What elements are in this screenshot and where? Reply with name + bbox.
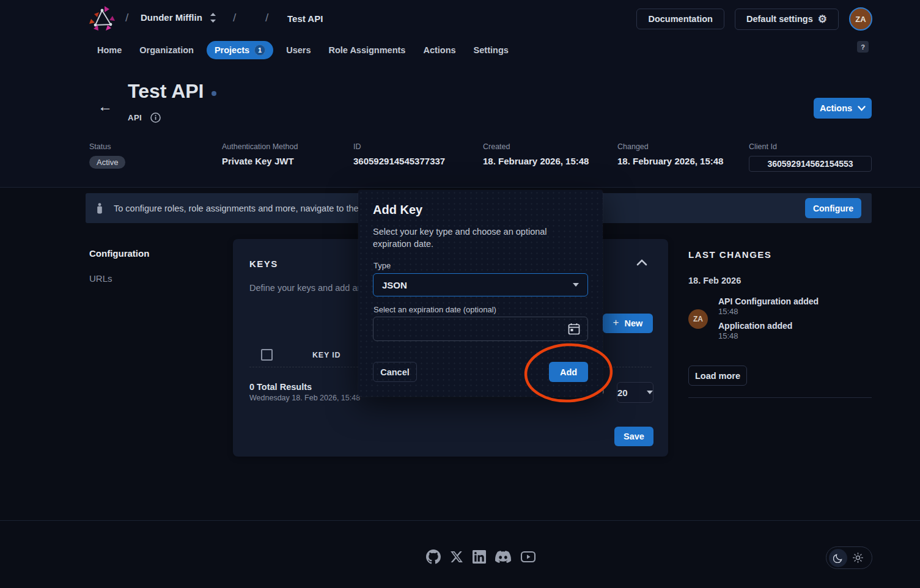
footer xyxy=(0,520,920,588)
status-dot-icon xyxy=(212,91,216,96)
nav-tab-projects-label: Projects xyxy=(215,45,249,55)
meta-value: Private Key JWT xyxy=(222,156,353,166)
avatar-initials: ZA xyxy=(855,15,866,24)
meta-label: Created xyxy=(483,142,617,151)
client-id-value[interactable]: 360592914562154553 xyxy=(749,156,872,172)
chevron-down-icon xyxy=(858,106,866,111)
type-label: Type xyxy=(374,261,391,270)
page-subtitle: API xyxy=(128,112,161,123)
page-size-value: 20 xyxy=(617,388,628,398)
sidebar-item-urls[interactable]: URLs xyxy=(89,273,112,284)
key-type-select[interactable]: JSON xyxy=(373,273,588,296)
nav-tab-settings[interactable]: Settings xyxy=(474,45,509,55)
light-mode-button[interactable] xyxy=(848,549,867,567)
meta-row: Status Active Authentication Method Priv… xyxy=(89,142,872,172)
expiration-date-input[interactable] xyxy=(381,324,568,334)
banner-text: To configure roles, role assignments and… xyxy=(114,204,374,213)
change-event-time: 15:48 xyxy=(718,331,738,340)
expiration-date-field[interactable] xyxy=(373,317,588,341)
breadcrumb-org-selector[interactable]: Dunder Mifflin xyxy=(141,12,216,23)
select-all-checkbox[interactable] xyxy=(261,349,273,361)
load-more-label: Load more xyxy=(695,371,740,381)
changes-date: 18. Feb 2026 xyxy=(688,276,741,285)
breadcrumb-slash: / xyxy=(125,11,128,24)
info-circle-icon[interactable] xyxy=(150,112,161,123)
save-label: Save xyxy=(624,432,644,441)
gear-icon: ⚙ xyxy=(818,14,827,24)
change-event: API Configuration added xyxy=(718,296,819,306)
x-twitter-icon[interactable] xyxy=(450,550,463,564)
page-size-select[interactable]: 20 xyxy=(617,382,653,403)
nav-tab-role-assignments[interactable]: Role Assignments xyxy=(328,45,405,55)
zitadel-logo-icon[interactable] xyxy=(89,5,116,33)
meta-value: 18. February 2026, 15:48 xyxy=(483,156,617,166)
nav-tab-projects[interactable]: Projects 1 xyxy=(207,41,273,59)
configure-button[interactable]: Configure xyxy=(805,198,861,218)
default-settings-label: Default settings xyxy=(746,14,813,24)
breadcrumb-slash: / xyxy=(233,11,236,24)
breadcrumb-slash: / xyxy=(265,11,268,24)
plus-icon: + xyxy=(613,317,619,329)
meta-label: Authentication Method xyxy=(222,142,353,151)
calendar-icon[interactable] xyxy=(568,323,580,335)
collapse-chevron-icon[interactable] xyxy=(635,256,649,270)
nav-tab-home[interactable]: Home xyxy=(97,45,122,55)
nav-tab-users[interactable]: Users xyxy=(286,45,311,55)
add-label: Add xyxy=(560,367,577,377)
hero-actions-label: Actions xyxy=(820,103,852,113)
add-button[interactable]: Add xyxy=(549,362,588,382)
meta-auth-method: Authentication Method Private Key JWT xyxy=(222,142,353,172)
github-icon[interactable] xyxy=(426,549,441,564)
chevron-down-icon xyxy=(573,283,579,287)
user-avatar[interactable]: ZA xyxy=(849,7,872,31)
change-author-avatar: ZA xyxy=(688,309,708,329)
change-event: Application added xyxy=(718,321,792,331)
divider xyxy=(688,397,872,398)
meta-value: 360592914545377337 xyxy=(353,156,483,166)
cancel-button[interactable]: Cancel xyxy=(373,362,417,382)
breadcrumb-org-label: Dunder Mifflin xyxy=(141,12,202,23)
header-hero-zone: / Dunder Mifflin / / Test API Documentat… xyxy=(0,0,920,188)
dialog-title: Add Key xyxy=(373,203,422,217)
dialog-description: Select your key type and choose an optio… xyxy=(373,226,584,250)
chevron-down-icon xyxy=(647,391,653,394)
dark-mode-button[interactable] xyxy=(829,549,847,567)
linkedin-icon[interactable] xyxy=(473,550,486,564)
youtube-icon[interactable] xyxy=(520,550,536,564)
nav-tab-organization[interactable]: Organization xyxy=(139,45,194,55)
add-key-dialog: Add Key Select your key type and choose … xyxy=(358,190,603,397)
social-links xyxy=(426,549,536,565)
new-key-button[interactable]: + New xyxy=(603,314,653,333)
back-arrow-icon[interactable]: ← xyxy=(98,98,112,115)
help-button[interactable]: ? xyxy=(857,41,869,53)
meta-status: Status Active xyxy=(89,142,222,172)
sun-icon xyxy=(853,553,863,563)
meta-label: ID xyxy=(353,142,483,151)
documentation-button[interactable]: Documentation xyxy=(636,9,724,29)
cancel-label: Cancel xyxy=(380,367,410,377)
org-switch-icon xyxy=(210,13,216,23)
load-more-button[interactable]: Load more xyxy=(688,366,747,386)
moon-icon xyxy=(833,553,843,563)
configure-label: Configure xyxy=(813,204,853,213)
sidebar-item-configuration[interactable]: Configuration xyxy=(89,248,149,259)
main-nav: Home Organization Projects 1 Users Role … xyxy=(0,38,920,62)
meta-created: Created 18. February 2026, 15:48 xyxy=(483,142,617,172)
total-results: 0 Total Results xyxy=(249,382,312,392)
column-header-key-id: KEY ID xyxy=(312,351,340,359)
breadcrumb-app[interactable]: Test API xyxy=(287,13,323,24)
key-type-value: JSON xyxy=(382,280,407,290)
page-title-text: Test API xyxy=(128,80,204,103)
nav-tab-actions[interactable]: Actions xyxy=(423,45,455,55)
new-key-label: New xyxy=(625,318,643,328)
discord-icon[interactable] xyxy=(495,549,511,565)
theme-toggle xyxy=(826,546,872,569)
info-icon xyxy=(96,203,103,214)
save-button[interactable]: Save xyxy=(614,427,653,446)
last-changes-title: LAST CHANGES xyxy=(688,249,771,260)
breadcrumb-row: / Dunder Mifflin / / Test API Documentat… xyxy=(0,0,920,38)
default-settings-button[interactable]: Default settings ⚙ xyxy=(735,9,839,30)
app-kind-label: API xyxy=(128,113,142,122)
hero-actions-button[interactable]: Actions xyxy=(814,98,872,119)
meta-label: Client Id xyxy=(749,142,872,151)
